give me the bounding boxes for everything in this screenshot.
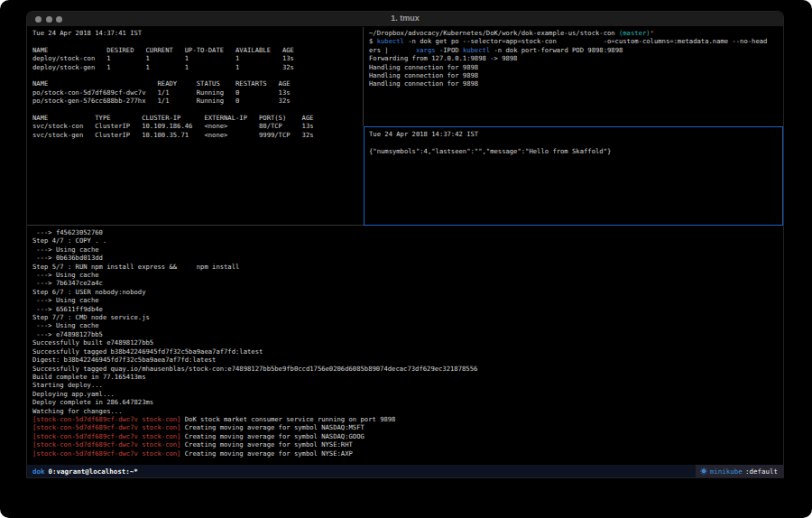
kube-namespace-label: :default	[745, 467, 778, 476]
window-title: 1. tmux	[27, 14, 783, 23]
terminal-window: 1. tmux Tue 24 Apr 2018 14:37:41 IST NAM…	[27, 12, 783, 477]
kubernetes-helm-icon	[700, 467, 707, 475]
pane-curl-output-active[interactable]: Tue 24 Apr 2018 14:37:42 IST {"numsymbol…	[364, 126, 783, 226]
kube-context-label: minikube	[710, 467, 743, 476]
pane-port-forward-output[interactable]: ~/Dropbox/advocacy/Kubernetes/DoK/work/d…	[364, 27, 783, 126]
tmux-window-item[interactable]: 0:vagrant@localhost:~*	[49, 467, 143, 476]
tmux-status-bar: dok 0:vagrant@localhost:~* minikube:defa…	[27, 465, 783, 477]
pane-divider-vertical[interactable]	[363, 27, 364, 126]
pane-kubectl-watch-output[interactable]: Tue 24 Apr 2018 14:37:41 IST NAME DESIRE…	[27, 27, 363, 225]
pane-skaffold-build-log[interactable]: ---> f45623052760 Step 4/7 : COPY . . --…	[27, 226, 783, 465]
tmux-status-right: minikube:default	[696, 465, 783, 477]
desktop-background: 1. tmux Tue 24 Apr 2018 14:37:41 IST NAM…	[0, 0, 812, 518]
window-titlebar[interactable]: 1. tmux	[27, 12, 783, 27]
tmux-session-name[interactable]: dok	[27, 467, 49, 476]
tmux-content: Tue 24 Apr 2018 14:37:41 IST NAME DESIRE…	[27, 27, 783, 465]
